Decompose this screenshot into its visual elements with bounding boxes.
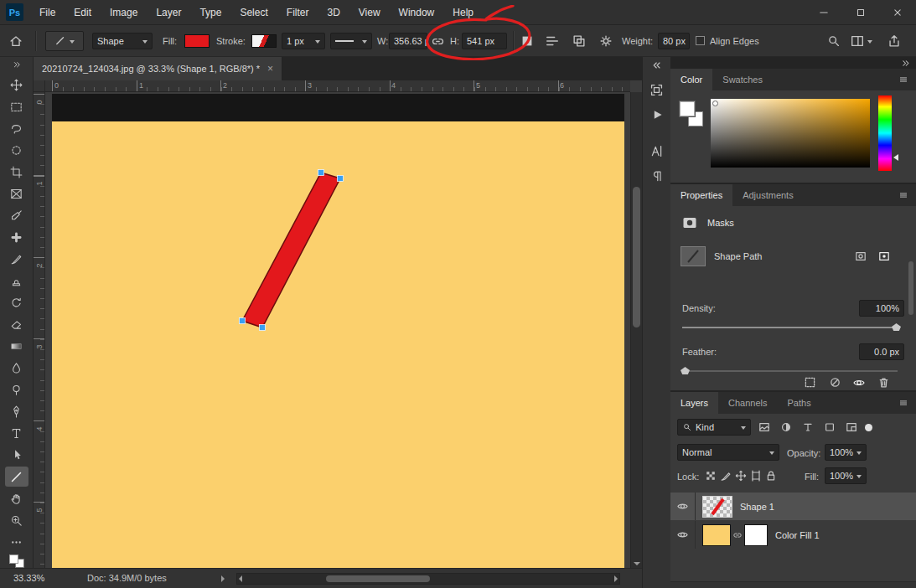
apply-mask-icon[interactable] xyxy=(828,375,842,389)
saturation-brightness-field[interactable] xyxy=(711,99,870,168)
home-icon[interactable] xyxy=(8,34,23,49)
history-brush-tool[interactable] xyxy=(5,292,28,312)
clone-stamp-tool[interactable] xyxy=(5,271,28,291)
menu-select[interactable]: Select xyxy=(230,0,277,25)
shape-height-field[interactable]: 541 px xyxy=(462,33,507,49)
opacity-select[interactable]: 100% xyxy=(825,444,867,461)
lock-transparency-icon[interactable] xyxy=(704,469,717,482)
feather-field[interactable]: 0.0 px xyxy=(859,343,904,360)
spot-healing-brush-tool[interactable] xyxy=(5,227,28,247)
filter-pixel-layers-icon[interactable] xyxy=(757,420,772,434)
shape-width-field[interactable]: 356.63 p xyxy=(389,33,427,49)
collapse-panels-icon[interactable] xyxy=(900,59,911,68)
move-tool[interactable] xyxy=(5,75,28,95)
shape-path-thumbnail[interactable] xyxy=(681,246,706,266)
visibility-toggle[interactable] xyxy=(670,493,696,520)
scroll-down-arrow[interactable] xyxy=(634,562,640,565)
layer-name[interactable]: Shape 1 xyxy=(740,502,774,512)
dodge-tool[interactable] xyxy=(5,379,28,400)
menu-file[interactable]: File xyxy=(30,0,65,25)
hand-tool[interactable] xyxy=(5,488,28,508)
workspace-switcher-button[interactable] xyxy=(850,34,872,49)
feather-slider-thumb[interactable] xyxy=(681,367,690,374)
gear-icon[interactable] xyxy=(598,34,613,49)
weight-field[interactable]: 80 px xyxy=(658,33,690,49)
path-selection-tool[interactable] xyxy=(5,445,28,465)
path-arrangement-icon[interactable] xyxy=(572,34,587,49)
path-operations-icon[interactable] xyxy=(520,34,535,49)
foreground-color-swatch[interactable] xyxy=(680,101,695,116)
link-dimensions-icon[interactable] xyxy=(431,34,445,49)
photo-canvas[interactable] xyxy=(52,94,624,568)
panel-button-character[interactable] xyxy=(646,141,668,161)
layer-name[interactable]: Color Fill 1 xyxy=(775,530,820,540)
panel-button-paragraph[interactable] xyxy=(646,166,668,186)
density-field[interactable]: 100% xyxy=(859,300,904,317)
filter-adjustment-layers-icon[interactable] xyxy=(779,420,794,434)
brush-tool[interactable] xyxy=(5,249,28,269)
path-alignment-icon[interactable] xyxy=(545,34,560,49)
line-tool[interactable] xyxy=(5,467,28,487)
minimize-button[interactable] xyxy=(805,0,842,25)
lock-paint-icon[interactable] xyxy=(719,469,732,482)
layer-row-colorfill1[interactable]: Color Fill 1 xyxy=(670,521,916,549)
tab-color[interactable]: Color xyxy=(670,69,712,90)
gradient-tool[interactable] xyxy=(5,336,28,356)
lasso-tool[interactable] xyxy=(5,118,28,138)
filter-smart-objects-icon[interactable] xyxy=(844,420,859,434)
lock-all-icon[interactable] xyxy=(764,469,778,482)
layer-mask-thumbnail[interactable] xyxy=(744,524,768,546)
hue-slider[interactable] xyxy=(878,95,892,171)
menu-edit[interactable]: Edit xyxy=(65,0,101,25)
density-slider[interactable] xyxy=(682,327,898,328)
red-line-shape[interactable] xyxy=(242,173,340,328)
share-icon[interactable] xyxy=(887,34,902,49)
eye-icon[interactable] xyxy=(851,376,867,389)
expand-panels-icon[interactable] xyxy=(651,60,663,70)
feather-slider[interactable] xyxy=(682,370,898,372)
blur-tool[interactable] xyxy=(5,358,28,378)
filter-toggle[interactable] xyxy=(865,424,872,431)
foreground-color-swatch[interactable] xyxy=(9,554,18,564)
tab-channels[interactable]: Channels xyxy=(718,392,777,414)
search-icon[interactable] xyxy=(826,34,841,49)
menu-window[interactable]: Window xyxy=(390,0,444,25)
menu-type[interactable]: Type xyxy=(190,0,230,25)
close-tab-icon[interactable]: × xyxy=(267,63,273,75)
type-tool[interactable] xyxy=(5,423,28,443)
lock-position-icon[interactable] xyxy=(734,469,748,482)
vertical-ruler[interactable]: 0 1 2 3 4 5 xyxy=(34,92,45,568)
tab-paths[interactable]: Paths xyxy=(778,392,821,414)
canvas-viewport[interactable] xyxy=(45,92,630,568)
filter-type-layers-icon[interactable] xyxy=(800,420,815,434)
tab-layers[interactable]: Layers xyxy=(670,392,718,414)
menu-help[interactable]: Help xyxy=(443,0,483,25)
layer-thumbnail[interactable] xyxy=(702,496,732,518)
panel-menu-icon[interactable] xyxy=(898,398,909,408)
tab-adjustments[interactable]: Adjustments xyxy=(732,184,804,206)
filter-shape-layers-icon[interactable] xyxy=(822,420,837,434)
frame-tool[interactable] xyxy=(5,183,28,204)
menu-image[interactable]: Image xyxy=(101,0,147,25)
menu-3d[interactable]: 3D xyxy=(318,0,349,25)
horizontal-scrollbar[interactable] xyxy=(236,573,620,585)
tab-swatches[interactable]: Swatches xyxy=(712,69,773,90)
vertical-scrollbar[interactable] xyxy=(630,92,642,568)
stroke-width-select[interactable]: 1 px xyxy=(282,33,325,49)
color-swatches-control[interactable] xyxy=(9,554,24,568)
maximize-button[interactable] xyxy=(842,0,879,25)
horizontal-scrollbar-thumb[interactable] xyxy=(326,575,430,582)
zoom-tool[interactable] xyxy=(5,510,28,530)
menu-filter[interactable]: Filter xyxy=(277,0,318,25)
document-tab[interactable]: 20210724_124034.jpg @ 33.3% (Shape 1, RG… xyxy=(34,57,282,80)
panel-menu-icon[interactable] xyxy=(898,190,909,200)
horizontal-ruler[interactable]: 0 1 2 3 4 5 6 xyxy=(45,80,630,92)
panel-button-actions[interactable] xyxy=(646,105,668,125)
shape-layer-overlay[interactable] xyxy=(52,94,624,568)
close-button[interactable] xyxy=(879,0,916,25)
fill-swatch[interactable] xyxy=(184,34,210,48)
menu-view[interactable]: View xyxy=(349,0,390,25)
status-expand-arrow[interactable] xyxy=(221,575,225,582)
panel-menu-icon[interactable] xyxy=(898,75,909,85)
collapse-toolbar-icon[interactable] xyxy=(11,60,23,69)
